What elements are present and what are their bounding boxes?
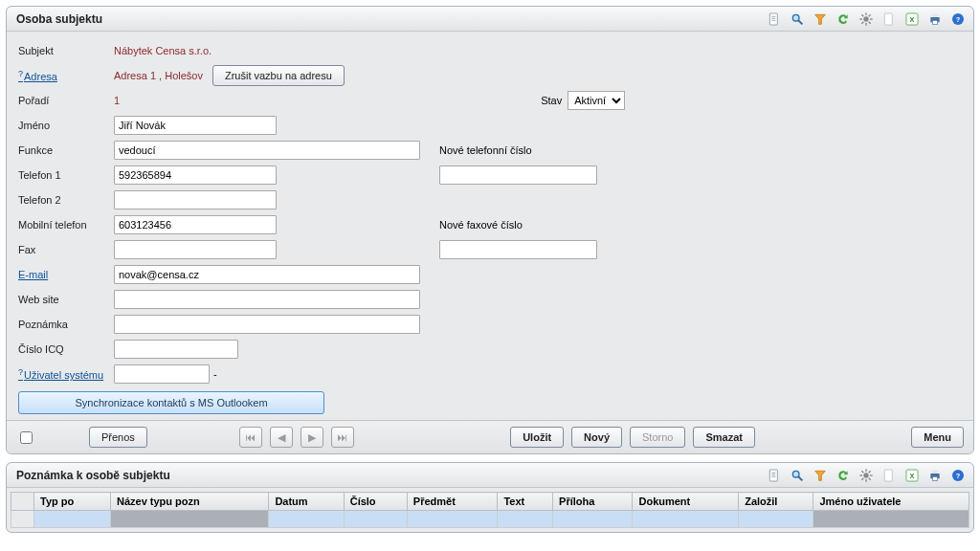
svg-text:X: X [910,472,915,480]
col-cislo[interactable]: Číslo [344,493,407,511]
svg-text:X: X [910,15,915,24]
poznamka-input[interactable] [114,315,420,334]
link-email[interactable]: E-mail [18,269,48,280]
nav-first-button[interactable]: ⏮ [239,427,262,448]
svg-line-29 [798,476,802,480]
svg-text:?: ? [956,15,961,24]
uzivatel-input[interactable] [114,364,210,384]
link-adresa[interactable]: Adresa [18,71,57,82]
refresh-icon[interactable] [834,10,853,29]
label-poznamka: Poznámka [18,319,114,330]
filter-icon[interactable] [811,466,830,485]
col-dokument[interactable]: Dokument [633,493,739,511]
mobil-input[interactable] [114,215,277,234]
new-page-icon[interactable] [880,10,899,29]
new-page-icon[interactable] [880,466,899,485]
col-rownum[interactable] [11,493,34,511]
gear-icon[interactable] [857,10,876,29]
svg-line-39 [869,471,871,473]
label-icq: Číslo ICQ [18,343,114,355]
novy-tel-input[interactable] [439,165,597,185]
svg-line-13 [869,21,871,23]
person-panel: Osoba subjektu X ? Subjekt Nábytek Censa… [6,6,974,454]
notes-toolbar: X ? [765,466,968,485]
label-web: Web site [18,294,114,305]
col-datum[interactable]: Datum [269,493,344,511]
notes-table[interactable]: Typ po Název typu pozn Datum Číslo Předm… [11,492,969,528]
notes-body: Typ po Název typu pozn Datum Číslo Předm… [7,488,973,532]
search-icon[interactable] [788,10,807,29]
page-icon[interactable] [765,466,784,485]
svg-line-14 [861,21,863,23]
refresh-icon[interactable] [834,466,853,485]
svg-rect-21 [932,20,937,24]
print-icon[interactable] [925,466,945,485]
col-zalozil[interactable]: Založil [739,493,813,511]
label-funkce: Funkce [18,144,114,156]
table-row[interactable] [11,511,969,528]
search-icon[interactable] [788,466,807,485]
col-typ[interactable]: Typ po [34,493,111,511]
sync-outlook-button[interactable]: Synchronizace kontaktů s MS Outlookem [18,391,324,414]
new-button[interactable]: Nový [571,427,622,448]
nav-next-button[interactable]: ▶ [301,427,323,448]
footer-checkbox[interactable] [20,431,33,444]
help-icon[interactable]: ? [948,466,968,485]
nav-last-button[interactable]: ⏭ [331,427,354,448]
save-button[interactable]: Uložit [510,427,564,448]
icq-input[interactable] [114,340,238,359]
label-poradi: Pořadí [18,95,114,106]
label-novy-tel: Nové telefonní číslo [439,144,532,156]
footer-bar: Přenos ⏮ ◀ ▶ ⏭ Uložit Nový Storno Smazat… [7,420,973,453]
telefon2-input[interactable] [114,190,277,209]
novy-fax-input[interactable] [439,240,597,259]
page-icon[interactable] [765,10,784,29]
svg-rect-24 [769,470,777,481]
gear-icon[interactable] [857,466,876,485]
excel-icon[interactable]: X [902,466,922,485]
col-priloha[interactable]: Příloha [553,493,633,511]
notes-header: Poznámka k osobě subjektu X ? [7,463,973,488]
stav-select[interactable]: Aktivní [568,91,625,110]
svg-text:?: ? [956,472,961,480]
label-adresa: Adresa [18,69,114,83]
web-input[interactable] [114,290,420,309]
svg-point-4 [792,14,799,21]
delete-button[interactable]: Smazat [693,427,755,448]
panel-body: Subjekt Nábytek Censa s.r.o. Adresa Adre… [7,32,973,420]
cancel-address-link-button[interactable]: Zrušit vazbu na adresu [212,65,345,86]
label-email: E-mail [18,269,114,280]
notes-title: Poznámka k osobě subjektu [16,469,170,482]
link-uzivatel[interactable]: Uživatel systému [18,369,103,381]
nav-prev-button[interactable]: ◀ [270,427,293,448]
filter-icon[interactable] [811,10,830,29]
jmeno-input[interactable] [114,116,277,135]
prenos-button[interactable]: Přenos [89,427,147,448]
label-subjekt: Subjekt [18,45,114,56]
value-subjekt: Nábytek Censa s.r.o. [114,45,212,56]
funkce-input[interactable] [114,141,420,160]
menu-button[interactable]: Menu [911,427,964,448]
col-nazev[interactable]: Název typu pozn [110,493,268,511]
email-input[interactable] [114,265,420,284]
help-icon[interactable]: ? [948,10,968,29]
telefon1-input[interactable] [114,165,277,185]
col-jmeno-uz[interactable]: Jméno uživatele [813,493,969,511]
value-poradi: 1 [114,95,120,106]
panel-header: Osoba subjektu X ? [7,7,973,32]
col-predmet[interactable]: Předmět [407,493,498,511]
excel-icon[interactable]: X [902,10,922,29]
fax-input[interactable] [114,240,277,259]
storno-button[interactable]: Storno [630,427,685,448]
svg-line-12 [861,14,863,16]
svg-line-5 [798,20,802,24]
svg-point-7 [863,16,868,21]
svg-line-38 [861,477,863,479]
label-mobil: Mobilní telefon [18,219,114,231]
svg-line-15 [869,14,871,16]
label-novy-fax: Nové faxové číslo [439,219,523,231]
svg-marker-6 [815,14,826,24]
svg-rect-20 [932,13,937,16]
col-text[interactable]: Text [498,493,553,511]
print-icon[interactable] [925,10,945,29]
